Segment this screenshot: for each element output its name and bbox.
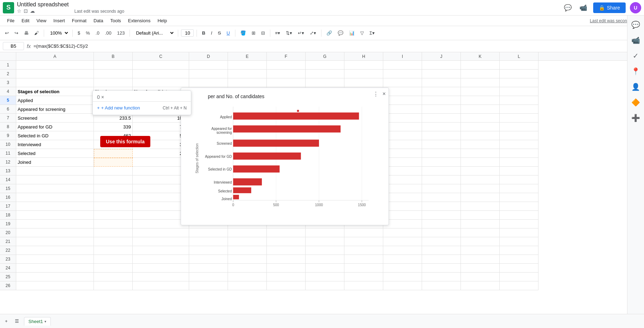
cell-I23[interactable] [383,255,422,264]
cell-I4[interactable] [383,87,422,96]
cell-L6[interactable] [500,105,538,114]
cell-J14[interactable] [422,175,461,184]
col-header-D[interactable]: D [189,52,228,61]
menu-insert[interactable]: Insert [50,17,68,24]
folder-icon[interactable]: ⊡ [24,8,28,14]
cell-D1[interactable] [189,61,228,70]
cell-A3[interactable] [16,78,94,87]
cell-K12[interactable] [461,158,500,167]
sidebar-chat-icon[interactable]: 💬 [630,18,642,31]
italic-button[interactable]: I [209,29,215,37]
cell-J22[interactable] [422,246,461,255]
cell-G24[interactable] [306,264,344,273]
cell-B23[interactable] [94,255,133,264]
cell-J15[interactable] [422,184,461,193]
cell-I10[interactable] [383,140,422,149]
cell-E20[interactable] [228,228,267,237]
bold-button[interactable]: B [200,29,207,37]
cell-L13[interactable] [500,167,538,175]
cell-H26[interactable] [344,281,383,290]
cell-E3[interactable] [228,78,267,87]
cell-A21[interactable] [16,237,94,246]
cell-A26[interactable] [16,281,94,290]
cell-L4[interactable] [500,87,538,96]
cell-J23[interactable] [422,255,461,264]
cell-K14[interactable] [461,175,500,184]
cell-A1[interactable] [16,61,94,70]
cell-G1[interactable] [306,61,344,70]
avatar[interactable]: U [630,2,641,13]
meet-icon[interactable]: 📹 [578,2,589,13]
cell-I15[interactable] [383,184,422,193]
cell-J18[interactable] [422,211,461,220]
cell-I13[interactable] [383,167,422,175]
cell-A11[interactable]: Selected [16,149,94,158]
cell-L21[interactable] [500,237,538,246]
menu-data[interactable]: Data [91,17,106,24]
cell-B14[interactable] [94,175,133,184]
cell-G22[interactable] [306,246,344,255]
cell-A24[interactable] [16,264,94,273]
cell-F2[interactable] [267,70,306,78]
cell-F22[interactable] [267,246,306,255]
star-icon[interactable]: ☆ [17,8,22,14]
cell-H22[interactable] [344,246,383,255]
col-header-K[interactable]: K [461,52,500,61]
cell-I7[interactable] [383,114,422,123]
cell-J6[interactable] [422,105,461,114]
col-header-A[interactable]: A [16,52,94,61]
cell-I8[interactable] [383,123,422,131]
cell-K9[interactable] [461,131,500,140]
cell-J21[interactable] [422,237,461,246]
cell-K21[interactable] [461,237,500,246]
comment-button[interactable]: 💬 [336,29,345,37]
cell-K18[interactable] [461,211,500,220]
cell-A20[interactable] [16,228,94,237]
cell-L7[interactable] [500,114,538,123]
cell-E2[interactable] [228,70,267,78]
menu-file[interactable]: File [4,17,17,24]
col-header-I[interactable]: I [383,52,422,61]
cell-K6[interactable] [461,105,500,114]
cell-G20[interactable] [306,228,344,237]
menu-extensions[interactable]: Extensions [125,17,154,24]
cell-H21[interactable] [344,237,383,246]
cell-D20[interactable] [189,228,228,237]
cell-I14[interactable] [383,175,422,184]
cell-L1[interactable] [500,61,538,70]
col-header-B[interactable]: B [94,52,133,61]
cell-G3[interactable] [306,78,344,87]
cell-H20[interactable] [344,228,383,237]
cell-K10[interactable] [461,140,500,149]
cell-F3[interactable] [267,78,306,87]
cell-I3[interactable] [383,78,422,87]
cell-H24[interactable] [344,264,383,273]
cell-L17[interactable] [500,202,538,211]
cell-I17[interactable] [383,202,422,211]
cell-K22[interactable] [461,246,500,255]
menu-edit[interactable]: Edit [19,17,32,24]
cell-I16[interactable] [383,193,422,202]
decimal-less-button[interactable]: .0 [94,29,102,37]
cell-C25[interactable] [133,273,189,281]
cell-B17[interactable] [94,202,133,211]
comment-icon[interactable]: 💬 [562,2,573,13]
cell-K25[interactable] [461,273,500,281]
cell-J24[interactable] [422,264,461,273]
cell-L25[interactable] [500,273,538,281]
cell-J16[interactable] [422,193,461,202]
cell-A14[interactable] [16,175,94,184]
cell-J19[interactable] [422,220,461,228]
cell-L18[interactable] [500,211,538,220]
cell-G2[interactable] [306,70,344,78]
cell-I18[interactable] [383,211,422,220]
cell-K24[interactable] [461,264,500,273]
sidebar-drive-icon[interactable]: 🔶 [630,96,642,109]
cell-I9[interactable] [383,131,422,140]
cell-B22[interactable] [94,246,133,255]
text-color-button[interactable]: U [224,29,232,37]
currency-button[interactable]: $ [76,29,82,37]
cell-H3[interactable] [344,78,383,87]
cell-K8[interactable] [461,123,500,131]
cell-J11[interactable] [422,149,461,158]
